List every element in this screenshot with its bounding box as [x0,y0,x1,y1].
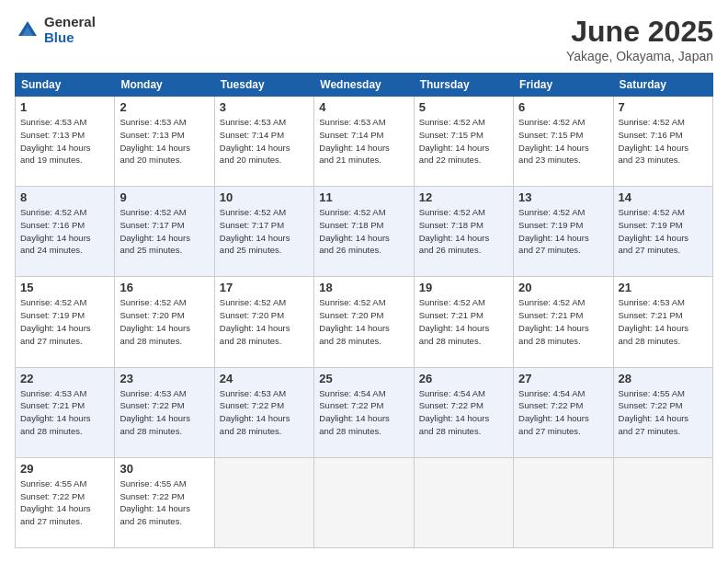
table-row: 8Sunrise: 4:52 AM Sunset: 7:16 PM Daylig… [16,187,115,277]
day-number: 17 [220,281,309,294]
day-number: 23 [119,372,209,385]
table-row: 29Sunrise: 4:55 AM Sunset: 7:22 PM Dayli… [16,457,115,547]
table-row: 9Sunrise: 4:52 AM Sunset: 7:17 PM Daylig… [115,187,214,277]
day-number: 21 [619,281,708,294]
title-block: June 2025 Yakage, Okayama, Japan [566,15,713,63]
page: General Blue June 2025 Yakage, Okayama, … [0,0,728,563]
table-row: 10Sunrise: 4:52 AM Sunset: 7:17 PM Dayli… [214,187,313,277]
day-number: 28 [619,372,708,385]
day-detail: Sunrise: 4:52 AM Sunset: 7:18 PM Dayligh… [419,206,508,257]
day-detail: Sunrise: 4:54 AM Sunset: 7:22 PM Dayligh… [319,387,408,438]
day-number: 13 [518,190,608,204]
day-number: 12 [419,190,508,204]
logo-text: General Blue [44,15,96,45]
day-number: 18 [319,281,408,294]
logo-blue: Blue [44,30,96,46]
day-detail: Sunrise: 4:53 AM Sunset: 7:13 PM Dayligh… [20,116,109,167]
day-number: 22 [20,372,109,385]
header-tuesday: Tuesday [214,74,313,97]
day-detail: Sunrise: 4:55 AM Sunset: 7:22 PM Dayligh… [20,477,109,528]
day-detail: Sunrise: 4:52 AM Sunset: 7:20 PM Dayligh… [319,296,408,347]
table-row: 25Sunrise: 4:54 AM Sunset: 7:22 PM Dayli… [314,367,414,457]
day-detail: Sunrise: 4:52 AM Sunset: 7:19 PM Dayligh… [20,296,109,347]
table-row [514,457,613,547]
day-detail: Sunrise: 4:52 AM Sunset: 7:15 PM Dayligh… [518,116,608,167]
day-number: 7 [619,100,708,114]
day-number: 25 [319,372,408,385]
day-detail: Sunrise: 4:52 AM Sunset: 7:18 PM Dayligh… [319,206,408,257]
day-detail: Sunrise: 4:53 AM Sunset: 7:21 PM Dayligh… [20,387,109,438]
day-detail: Sunrise: 4:52 AM Sunset: 7:17 PM Dayligh… [220,206,309,257]
calendar-table: Sunday Monday Tuesday Wednesday Thursday… [15,73,713,548]
table-row: 6Sunrise: 4:52 AM Sunset: 7:15 PM Daylig… [514,97,613,187]
day-number: 19 [419,281,508,294]
table-row: 26Sunrise: 4:54 AM Sunset: 7:22 PM Dayli… [414,367,513,457]
day-detail: Sunrise: 4:53 AM Sunset: 7:22 PM Dayligh… [119,387,209,438]
day-number: 16 [119,281,209,294]
header-wednesday: Wednesday [314,74,414,97]
day-number: 26 [419,372,508,385]
day-number: 8 [20,190,109,204]
day-number: 1 [20,100,109,114]
table-row: 30Sunrise: 4:55 AM Sunset: 7:22 PM Dayli… [115,457,214,547]
header-friday: Friday [514,74,613,97]
table-row: 4Sunrise: 4:53 AM Sunset: 7:14 PM Daylig… [314,97,414,187]
day-detail: Sunrise: 4:52 AM Sunset: 7:16 PM Dayligh… [619,116,708,167]
day-number: 11 [319,190,408,204]
table-row: 3Sunrise: 4:53 AM Sunset: 7:14 PM Daylig… [214,97,313,187]
day-number: 14 [619,190,708,204]
table-row: 5Sunrise: 4:52 AM Sunset: 7:15 PM Daylig… [414,97,513,187]
table-row: 21Sunrise: 4:53 AM Sunset: 7:21 PM Dayli… [613,277,712,367]
day-number: 10 [220,190,309,204]
day-number: 27 [518,372,608,385]
header-monday: Monday [115,74,214,97]
table-row: 14Sunrise: 4:52 AM Sunset: 7:19 PM Dayli… [613,187,712,277]
table-row: 23Sunrise: 4:53 AM Sunset: 7:22 PM Dayli… [115,367,214,457]
day-detail: Sunrise: 4:52 AM Sunset: 7:20 PM Dayligh… [220,296,309,347]
header-thursday: Thursday [414,74,513,97]
day-number: 5 [419,100,508,114]
table-row: 24Sunrise: 4:53 AM Sunset: 7:22 PM Dayli… [214,367,313,457]
calendar-week-row: 29Sunrise: 4:55 AM Sunset: 7:22 PM Dayli… [16,457,713,547]
day-number: 6 [518,100,608,114]
table-row: 27Sunrise: 4:54 AM Sunset: 7:22 PM Dayli… [514,367,613,457]
calendar-week-row: 15Sunrise: 4:52 AM Sunset: 7:19 PM Dayli… [16,277,713,367]
day-detail: Sunrise: 4:52 AM Sunset: 7:15 PM Dayligh… [419,116,508,167]
day-detail: Sunrise: 4:52 AM Sunset: 7:21 PM Dayligh… [518,296,608,347]
day-detail: Sunrise: 4:54 AM Sunset: 7:22 PM Dayligh… [518,387,608,438]
table-row: 20Sunrise: 4:52 AM Sunset: 7:21 PM Dayli… [514,277,613,367]
table-row: 2Sunrise: 4:53 AM Sunset: 7:13 PM Daylig… [115,97,214,187]
calendar-header-row: Sunday Monday Tuesday Wednesday Thursday… [16,74,713,97]
header-saturday: Saturday [613,74,712,97]
table-row: 22Sunrise: 4:53 AM Sunset: 7:21 PM Dayli… [16,367,115,457]
day-detail: Sunrise: 4:52 AM Sunset: 7:21 PM Dayligh… [419,296,508,347]
day-detail: Sunrise: 4:53 AM Sunset: 7:13 PM Dayligh… [119,116,209,167]
table-row: 28Sunrise: 4:55 AM Sunset: 7:22 PM Dayli… [613,367,712,457]
table-row: 1Sunrise: 4:53 AM Sunset: 7:13 PM Daylig… [16,97,115,187]
day-number: 4 [319,100,408,114]
day-number: 9 [119,190,209,204]
table-row: 19Sunrise: 4:52 AM Sunset: 7:21 PM Dayli… [414,277,513,367]
table-row: 7Sunrise: 4:52 AM Sunset: 7:16 PM Daylig… [613,97,712,187]
header: General Blue June 2025 Yakage, Okayama, … [15,15,713,63]
day-detail: Sunrise: 4:53 AM Sunset: 7:21 PM Dayligh… [619,296,708,347]
table-row [613,457,712,547]
day-detail: Sunrise: 4:53 AM Sunset: 7:22 PM Dayligh… [220,387,309,438]
table-row: 15Sunrise: 4:52 AM Sunset: 7:19 PM Dayli… [16,277,115,367]
calendar-week-row: 1Sunrise: 4:53 AM Sunset: 7:13 PM Daylig… [16,97,713,187]
logo: General Blue [15,15,96,45]
day-number: 15 [20,281,109,294]
day-number: 30 [119,462,209,476]
day-detail: Sunrise: 4:52 AM Sunset: 7:17 PM Dayligh… [119,206,209,257]
table-row [214,457,313,547]
logo-icon [15,17,40,43]
day-detail: Sunrise: 4:55 AM Sunset: 7:22 PM Dayligh… [619,387,708,438]
day-number: 24 [220,372,309,385]
day-detail: Sunrise: 4:53 AM Sunset: 7:14 PM Dayligh… [220,116,309,167]
table-row: 18Sunrise: 4:52 AM Sunset: 7:20 PM Dayli… [314,277,414,367]
table-row: 11Sunrise: 4:52 AM Sunset: 7:18 PM Dayli… [314,187,414,277]
header-sunday: Sunday [16,74,115,97]
table-row: 12Sunrise: 4:52 AM Sunset: 7:18 PM Dayli… [414,187,513,277]
day-detail: Sunrise: 4:54 AM Sunset: 7:22 PM Dayligh… [419,387,508,438]
day-detail: Sunrise: 4:52 AM Sunset: 7:20 PM Dayligh… [119,296,209,347]
